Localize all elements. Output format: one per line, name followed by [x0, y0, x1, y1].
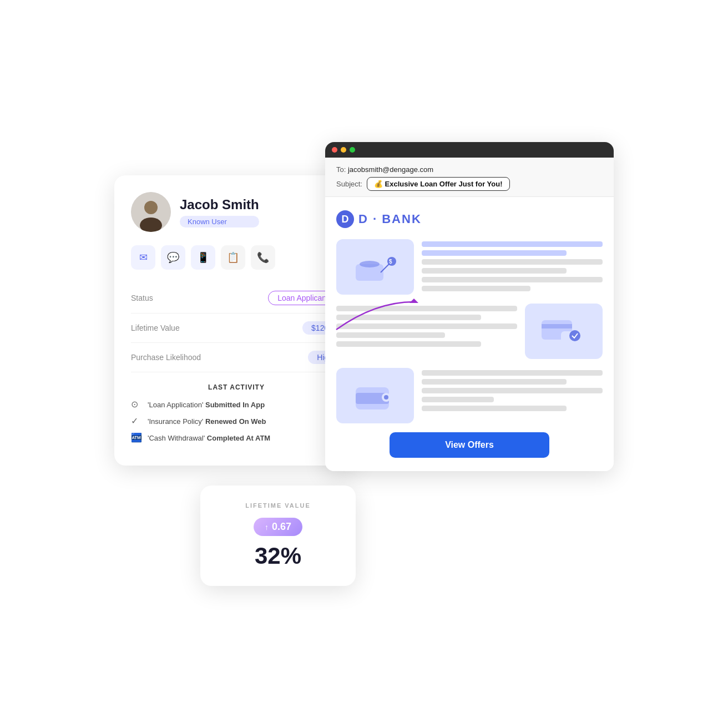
action-icons: ✉ 💬 📱 📋 📞 [131, 245, 342, 270]
lifetime-label: Lifetime Value [131, 323, 180, 332]
ltv-percent: 32% [214, 543, 342, 569]
email-body: D D · BANK $ [325, 197, 614, 471]
email-header: To: jacobsmith@dengage.com Subject: 💰 Ex… [325, 158, 614, 197]
text-line [422, 268, 567, 274]
email-text-block-1 [422, 239, 603, 291]
email-to-value: jacobsmith@dengage.com [348, 165, 433, 174]
check-icon: ✓ [131, 416, 142, 427]
bank-logo-icon: D [336, 210, 354, 228]
text-line [422, 250, 567, 256]
purchase-row: Purchase Likelihood High [131, 343, 342, 372]
email-to-field: To: jacobsmith@dengage.com [336, 165, 603, 174]
activity-item-1: ⊙ 'Loan Application' Submitted In App [131, 399, 342, 410]
purchase-label: Purchase Likelihood [131, 353, 201, 362]
bank-name: D · BANK [358, 212, 422, 226]
text-line [422, 277, 603, 282]
text-line [336, 306, 517, 311]
text-line [336, 341, 481, 347]
last-activity-title: LAST ACTIVITY [131, 383, 342, 391]
email-text-block-2 [336, 304, 517, 347]
activity-item-3: 🏧 'Cash Withdrawal' Completed At ATM [131, 432, 342, 443]
text-line [422, 406, 567, 411]
text-line [336, 315, 481, 320]
subject-label: Subject: [336, 180, 362, 188]
chat-icon-btn[interactable]: 💬 [161, 245, 185, 270]
profile-info: Jacob Smith Known User [180, 197, 259, 228]
loan-icon: ⊙ [131, 399, 142, 410]
email-row-2 [336, 304, 603, 359]
view-offers-button[interactable]: View Offers [390, 432, 549, 458]
email-icon-btn[interactable]: ✉ [131, 245, 155, 270]
known-user-badge: Known User [180, 216, 259, 228]
text-line [422, 370, 603, 376]
svg-rect-9 [542, 324, 572, 328]
sms-icon-btn[interactable]: 📋 [221, 245, 245, 270]
ltv-badge: ↑ 0.67 [254, 518, 302, 536]
activity-item-2: ✓ 'Insurance Policy' Renewed On Web [131, 416, 342, 427]
email-row-3 [336, 368, 603, 423]
svg-point-5 [360, 261, 380, 267]
profile-header: Jacob Smith Known User [131, 192, 342, 232]
wallet-illustration [336, 368, 414, 423]
text-line [422, 388, 603, 393]
text-line [336, 323, 517, 329]
loan-illustration: $ [336, 239, 414, 295]
minimize-dot [341, 147, 346, 153]
info-rows: Status Loan Applicants Lifetime Value $1… [131, 283, 342, 372]
email-panel: To: jacobsmith@dengage.com Subject: 💰 Ex… [325, 142, 614, 471]
svg-point-15 [384, 395, 388, 400]
svg-text:$: $ [389, 259, 392, 265]
email-topbar [325, 142, 614, 158]
avatar [131, 192, 171, 232]
svg-point-1 [144, 201, 158, 214]
ltv-value: 0.67 [272, 521, 291, 533]
close-dot [332, 147, 337, 153]
text-line [422, 259, 603, 265]
ltv-card: LIFETIME VALUE ↑ 0.67 32% [200, 486, 356, 586]
status-row: Status Loan Applicants [131, 283, 342, 314]
profile-card: Jacob Smith Known User ✉ 💬 📱 📋 📞 Status … [114, 175, 358, 466]
card-illustration [525, 304, 603, 359]
text-line [422, 241, 603, 247]
subject-line: Subject: 💰 Exclusive Loan Offer Just for… [336, 177, 603, 191]
last-activity: LAST ACTIVITY ⊙ 'Loan Application' Submi… [131, 383, 342, 443]
email-text-block-3 [422, 368, 603, 411]
text-line [422, 397, 494, 402]
phone-icon-btn[interactable]: 📞 [251, 245, 275, 270]
ltv-title: LIFETIME VALUE [214, 502, 342, 509]
text-line [422, 379, 567, 385]
maximize-dot [350, 147, 355, 153]
text-line [422, 286, 530, 291]
subject-text: 💰 Exclusive Loan Offer Just for You! [374, 180, 503, 188]
profile-name: Jacob Smith [180, 197, 259, 213]
email-row-1: $ [336, 239, 603, 295]
whatsapp-icon-btn[interactable]: 📱 [191, 245, 215, 270]
text-line [336, 332, 445, 338]
subject-badge: 💰 Exclusive Loan Offer Just for You! [367, 177, 510, 191]
status-label: Status [131, 294, 153, 302]
bank-logo: D D · BANK [336, 210, 603, 228]
lifetime-row: Lifetime Value $1200 [131, 314, 342, 343]
ltv-arrow-icon: ↑ [265, 523, 269, 532]
atm-icon: 🏧 [131, 432, 142, 443]
svg-point-11 [569, 330, 580, 341]
